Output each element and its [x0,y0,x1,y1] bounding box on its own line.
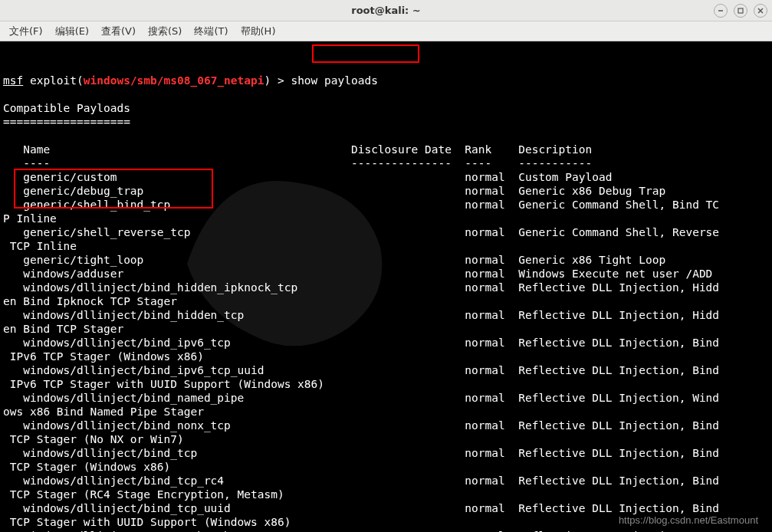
payload-row: windows/dllinject/bind_ipv6_tcp_uuid nor… [3,364,719,376]
section-underline: =================== [3,116,130,128]
minimize-button[interactable] [714,4,728,18]
column-dividers: ---- --------------- ---- ----------- [3,157,592,169]
menu-edit[interactable]: 编辑(E) [51,23,94,40]
prompt-msf: msf [3,74,23,87]
payload-row: windows/dllinject/bind_tcp_uuid normal R… [3,502,719,514]
payload-row: windows/dllinject/bind_ipv6_tcp normal R… [3,337,719,349]
payload-row-wrap: IPv6 TCP Stager (Windows x86) [3,350,204,363]
titlebar: root@kali: ~ [0,0,772,21]
terminal-area[interactable]: msf exploit(windows/smb/ms08_067_netapi)… [0,41,772,532]
payload-row-wrap: en Bind Ipknock TCP Stager [3,295,177,307]
menu-file[interactable]: 文件(F) [5,23,48,40]
payload-row: generic/custom normal Custom Payload [3,171,612,183]
payload-row-wrap: TCP Stager with UUID Support (Windows x8… [3,516,291,528]
payload-row: windows/dllinject/bind_tcp_rc4 normal Re… [3,475,719,487]
maximize-button[interactable] [734,4,747,18]
command-text: show payloads [291,74,378,87]
menu-search[interactable]: 搜索(S) [143,23,186,40]
payload-row: generic/tight_loop normal Generic x86 Ti… [3,254,665,266]
menu-terminal[interactable]: 终端(T) [189,23,232,40]
prompt-close: ) > [264,74,291,87]
payload-row-wrap: TCP Stager (RC4 Stage Encryption, Metasm… [3,488,284,501]
payload-row-wrap: IPv6 TCP Stager with UUID Support (Windo… [3,378,324,390]
payload-row: generic/shell_bind_tcp normal Generic Co… [3,199,719,211]
menu-help[interactable]: 帮助(H) [236,23,281,40]
payload-row: windows/dllinject/bind_hidden_tcp normal… [3,309,719,321]
payload-row-wrap: ows x86 Bind Named Pipe Stager [3,406,204,418]
payload-row-wrap: TCP Stager (No NX or Win7) [3,433,184,445]
close-button[interactable] [754,4,767,18]
prompt-exploit-label: exploit( [23,74,84,87]
payload-row-wrap: TCP Inline [3,240,77,252]
menu-view[interactable]: 查看(V) [97,23,140,40]
menubar: 文件(F) 编辑(E) 查看(V) 搜索(S) 终端(T) 帮助(H) [0,21,772,41]
payload-row: generic/debug_trap normal Generic x86 De… [3,185,665,197]
payload-row: windows/dllinject/bind_hidden_ipknock_tc… [3,281,719,294]
payload-row: windows/dllinject/bind_nonx_tcp normal R… [3,419,719,432]
prompt-exploit-path: windows/smb/ms08_067_netapi [84,74,264,87]
column-headers: Name Disclosure Date Rank Description [3,143,592,156]
payload-row: windows/dllinject/bind_named_pipe normal… [3,392,719,404]
watermark-text: https://blog.csdn.net/Eastmount [619,514,758,527]
payload-row: windows/adduser normal Windows Execute n… [3,268,712,280]
payload-row-wrap: P Inline [3,212,57,225]
window-title: root@kali: ~ [351,5,420,16]
svg-rect-1 [738,8,743,13]
annotation-box-command [312,44,419,63]
payload-row: windows/dllinject/bind_tcp normal Reflec… [3,447,719,459]
payload-row: generic/shell_reverse_tcp normal Generic… [3,226,719,238]
payload-row-wrap: TCP Stager (Windows x86) [3,461,170,473]
window-controls [714,4,767,18]
section-heading: Compatible Payloads [3,102,130,114]
payload-row-wrap: en Bind TCP Stager [3,323,123,335]
